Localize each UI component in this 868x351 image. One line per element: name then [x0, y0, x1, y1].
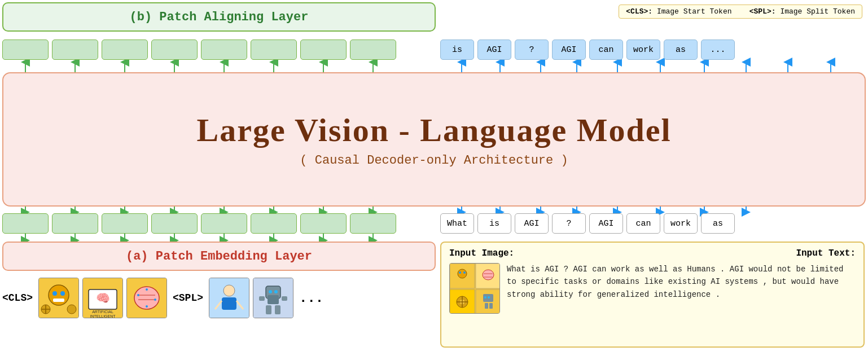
input-image-thumbnail — [449, 263, 500, 314]
text-token-top-7: as — [664, 40, 698, 60]
svg-point-43 — [49, 285, 69, 305]
svg-text:INTELLIGENT: INTELLIGENT — [90, 314, 116, 318]
text-token-top-8: ... — [701, 40, 735, 60]
patch-aligning-label: (b) Patch Aligning Layer — [130, 10, 309, 24]
patch-image-3 — [126, 278, 167, 318]
svg-point-94 — [484, 296, 486, 299]
input-text-content: What is AGI ? AGI can work as well as Hu… — [507, 263, 856, 314]
green-token-2 — [52, 40, 98, 60]
patch-image-spl-2 — [253, 278, 293, 318]
green-token-box — [102, 40, 148, 60]
green-token-bot-2 — [52, 213, 98, 234]
green-token-3 — [102, 40, 148, 60]
legend-box: <CLS>: Image Start Token <SPL>: Image Sp… — [619, 5, 862, 19]
text-token-top-5: can — [589, 40, 623, 60]
svg-point-84 — [459, 271, 461, 274]
svg-rect-97 — [489, 303, 493, 309]
input-box: Input Image: Input Text: — [440, 242, 865, 348]
svg-point-60 — [137, 294, 139, 296]
input-image-label: Input Image: — [449, 248, 514, 258]
green-token-box — [2, 40, 49, 60]
green-token-box — [251, 40, 297, 60]
green-token-box — [151, 40, 198, 60]
patch-embedding-label: (a) Patch Embedding Layer — [126, 249, 312, 264]
blue-token-box: can — [589, 40, 623, 60]
large-model-box: Large Vision - Language Model ( Causal D… — [2, 72, 866, 207]
blue-token-box: ... — [701, 40, 735, 60]
text-token-top-6: work — [626, 40, 660, 60]
plain-token-4: ? — [552, 213, 586, 234]
green-token-5 — [201, 40, 247, 60]
svg-rect-73 — [268, 295, 279, 304]
spl-tag: <SPL>: — [749, 7, 776, 16]
green-token-bot-4 — [151, 213, 198, 234]
svg-text:🧠: 🧠 — [96, 291, 110, 305]
blue-token-box: AGI — [552, 40, 586, 60]
green-token-bot-3 — [102, 213, 148, 234]
svg-point-61 — [154, 299, 156, 301]
svg-rect-77 — [282, 296, 287, 301]
green-token-8 — [350, 40, 396, 60]
patch-image-spl-1 — [209, 278, 249, 318]
patch-image-1 — [38, 278, 79, 318]
svg-rect-74 — [266, 305, 271, 314]
green-token-7 — [300, 40, 347, 60]
svg-point-86 — [483, 270, 494, 280]
svg-text:ARTIFICIAL: ARTIFICIAL — [92, 310, 113, 314]
green-tokens-top-row — [2, 40, 436, 60]
text-token-top-3: ? — [515, 40, 549, 60]
green-token-box — [300, 40, 347, 60]
svg-rect-96 — [485, 303, 488, 309]
green-token-bot-5 — [201, 213, 247, 234]
svg-point-62 — [146, 288, 148, 291]
main-container: <CLS>: Image Start Token <SPL>: Image Sp… — [0, 0, 868, 351]
blue-token-box: as — [664, 40, 698, 60]
cls-tag: <CLS>: — [626, 7, 652, 16]
green-tokens-bottom-row — [2, 213, 436, 234]
svg-point-85 — [463, 271, 466, 274]
blue-token-box: ? — [515, 40, 549, 60]
plain-token-8: as — [701, 213, 735, 234]
svg-point-95 — [488, 296, 490, 299]
svg-rect-66 — [222, 297, 236, 310]
plain-token-5: AGI — [589, 213, 623, 234]
input-box-header: Input Image: Input Text: — [449, 248, 856, 258]
green-token-box — [350, 40, 396, 60]
plain-token-6: can — [626, 213, 660, 234]
spl-desc: Image Split Token — [780, 7, 855, 16]
svg-point-83 — [458, 269, 467, 278]
image-patches-row: <CLS> 🧠 ARTIFICI — [2, 278, 436, 318]
text-tokens-top-row: is AGI ? AGI can work as ... — [440, 40, 735, 60]
blue-token-box: AGI — [477, 40, 511, 60]
green-token-1 — [2, 40, 49, 60]
svg-point-72 — [274, 290, 278, 293]
svg-point-71 — [269, 290, 272, 293]
svg-rect-76 — [259, 296, 265, 301]
input-box-body: What is AGI ? AGI can work as well as Hu… — [449, 263, 856, 314]
spl-label: <SPL> — [173, 292, 203, 304]
cls-label: <CLS> — [2, 292, 33, 304]
green-token-bot-7 — [300, 213, 347, 234]
green-token-bot-1 — [2, 213, 49, 234]
patch-image-2: 🧠 ARTIFICIAL INTELLIGENT — [82, 278, 123, 318]
svg-point-48 — [67, 305, 76, 314]
text-token-top-4: AGI — [552, 40, 586, 60]
green-token-6 — [251, 40, 297, 60]
green-token-4 — [151, 40, 198, 60]
cls-desc: Image Start Token — [657, 7, 732, 16]
svg-rect-75 — [275, 305, 280, 314]
large-model-title: Large Vision - Language Model — [196, 111, 671, 149]
text-token-top-2: AGI — [477, 40, 511, 60]
text-token-top-1: is — [440, 40, 474, 60]
blue-token-box: is — [440, 40, 474, 60]
svg-point-45 — [60, 291, 65, 296]
text-tokens-bottom-row: What is AGI ? AGI can work as — [440, 213, 735, 234]
green-token-box — [52, 40, 98, 60]
blue-token-box: work — [626, 40, 660, 60]
large-model-subtitle: ( Causal Decoder-only Architecture ) — [300, 153, 568, 168]
green-token-box — [201, 40, 247, 60]
green-token-bot-8 — [350, 213, 396, 234]
input-text-label: Input Text: — [796, 248, 856, 258]
dots-label: ... — [299, 291, 323, 306]
patch-aligning-layer: (b) Patch Aligning Layer — [2, 2, 436, 32]
